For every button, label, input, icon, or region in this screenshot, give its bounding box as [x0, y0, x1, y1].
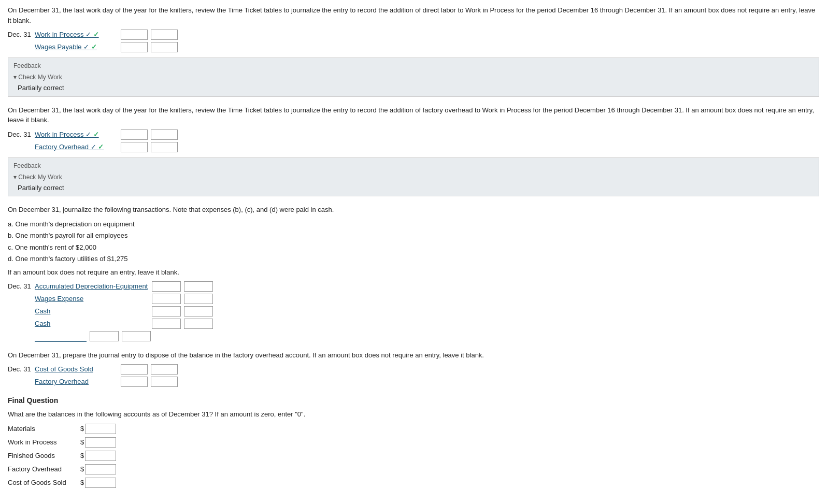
section2-debit2[interactable]	[121, 142, 148, 152]
section3-blank-account[interactable]	[35, 331, 87, 342]
materials-input[interactable]	[85, 424, 116, 434]
balance-overhead: Factory Overhead $	[8, 464, 819, 474]
section2-instruction: On December 31, the last work day of the…	[8, 105, 819, 125]
section2-account1[interactable]: Work in Process ✓	[35, 129, 118, 140]
section4-account1[interactable]: Cost of Goods Sold	[35, 364, 118, 375]
section3-item-a: a. One month's depreciation on equipment	[8, 219, 819, 229]
section3-credit5[interactable]	[122, 331, 151, 341]
section2: On December 31, the last work day of the…	[8, 105, 819, 197]
balance-cogs: Cost of Goods Sold $	[8, 478, 819, 488]
section3-row2: Wages Expense	[8, 294, 819, 304]
section4-credit1[interactable]	[151, 364, 178, 375]
overhead-input[interactable]	[85, 464, 116, 474]
balance-overhead-label: Factory Overhead	[8, 464, 80, 474]
section2-check-my-work[interactable]: Check My Work	[13, 172, 814, 182]
balance-finished-label: Finished Goods	[8, 451, 80, 461]
section1-date: Dec. 31	[8, 30, 35, 40]
balance-materials-label: Materials	[8, 424, 80, 434]
section1-credit1[interactable]	[151, 30, 178, 40]
section3-debit5[interactable]	[90, 331, 119, 341]
section1-debit1[interactable]	[121, 30, 148, 40]
section1-result: Partially correct	[13, 83, 814, 93]
section3-debit4[interactable]	[152, 319, 181, 329]
section2-account2[interactable]: Factory Overhead ✓	[35, 142, 118, 152]
section4-debit1[interactable]	[121, 364, 148, 375]
final-question-title: Final Question	[8, 395, 819, 406]
section2-row1: Dec. 31 Work in Process ✓	[8, 129, 819, 140]
section2-debit1[interactable]	[121, 129, 148, 140]
section1-feedback-box: Feedback Check My Work Partially correct	[8, 57, 819, 97]
section3-credit2[interactable]	[184, 294, 213, 304]
section3-credit4[interactable]	[184, 319, 213, 329]
section1-account2[interactable]: Wages Payable ✓	[35, 42, 118, 52]
section2-credit1[interactable]	[151, 129, 178, 140]
overhead-dollar: $	[80, 464, 84, 474]
section3-account3[interactable]: Cash	[35, 306, 149, 316]
section3-date: Dec. 31	[8, 281, 35, 292]
section1: On December 31, the last work day of the…	[8, 5, 819, 97]
section3-row5	[8, 331, 819, 342]
balance-finished: Finished Goods $	[8, 451, 819, 461]
section3-credit3[interactable]	[184, 306, 213, 316]
section3-row4: Cash	[8, 319, 819, 329]
section3-account4[interactable]: Cash	[35, 319, 149, 329]
section3-item-d: d. One month's factory utilities of $1,2…	[8, 254, 819, 264]
section3-row1: Dec. 31 Accumulated Depreciation-Equipme…	[8, 281, 819, 292]
section4-credit2[interactable]	[151, 377, 178, 387]
section3-debit1[interactable]	[152, 281, 181, 292]
section3-instruction: On December 31, journalize the following…	[8, 205, 819, 215]
section4-row1: Dec. 31 Cost of Goods Sold	[8, 364, 819, 375]
section2-feedback-box: Feedback Check My Work Partially correct	[8, 157, 819, 197]
section3-debit3[interactable]	[152, 306, 181, 316]
section2-result: Partially correct	[13, 183, 814, 193]
wip-input[interactable]	[85, 437, 116, 448]
section3-item-c: c. One month's rent of $2,000	[8, 242, 819, 253]
balance-wip-label: Work in Process	[8, 437, 80, 448]
section5: Final Question What are the balances in …	[8, 395, 819, 488]
section1-row1: Dec. 31 Work in Process ✓	[8, 30, 819, 40]
cogs-input[interactable]	[85, 478, 116, 488]
section1-check-my-work[interactable]: Check My Work	[13, 73, 814, 82]
section1-instruction: On December 31, the last work day of the…	[8, 5, 819, 25]
balance-cogs-label: Cost of Goods Sold	[8, 478, 80, 488]
cogs-dollar: $	[80, 478, 84, 488]
section2-row2: Factory Overhead ✓	[8, 142, 819, 152]
section4-account2[interactable]: Factory Overhead	[35, 377, 118, 387]
balance-wip: Work in Process $	[8, 437, 819, 448]
section2-credit2[interactable]	[151, 142, 178, 152]
finished-dollar: $	[80, 451, 84, 461]
section1-feedback-label: Feedback	[13, 61, 814, 70]
section3-credit1[interactable]	[184, 281, 213, 292]
section2-feedback-label: Feedback	[13, 161, 814, 170]
section3-debit2[interactable]	[152, 294, 181, 304]
section1-credit2[interactable]	[151, 42, 178, 52]
finished-input[interactable]	[85, 451, 116, 461]
section3-item-b: b. One month's payroll for all employees	[8, 231, 819, 241]
section1-row2: Wages Payable ✓	[8, 42, 819, 52]
section4-date: Dec. 31	[8, 364, 35, 375]
section4-debit2[interactable]	[121, 377, 148, 387]
section4-row2: Factory Overhead	[8, 377, 819, 387]
section4: On December 31, prepare the journal entr…	[8, 350, 819, 387]
section3-note: If an amount box does not require an ent…	[8, 267, 819, 278]
wip-dollar: $	[80, 437, 84, 448]
section3-row3: Cash	[8, 306, 819, 316]
section2-date: Dec. 31	[8, 129, 35, 140]
section1-debit2[interactable]	[121, 42, 148, 52]
section4-instruction: On December 31, prepare the journal entr…	[8, 350, 819, 361]
section3-account1[interactable]: Accumulated Depreciation-Equipment	[35, 281, 149, 292]
section3: On December 31, journalize the following…	[8, 205, 819, 342]
section1-account1[interactable]: Work in Process ✓	[35, 30, 118, 40]
section3-account2[interactable]: Wages Expense	[35, 294, 149, 304]
balance-materials: Materials $	[8, 424, 819, 434]
materials-dollar: $	[80, 424, 84, 434]
final-question-instruction: What are the balances in the following a…	[8, 409, 819, 420]
